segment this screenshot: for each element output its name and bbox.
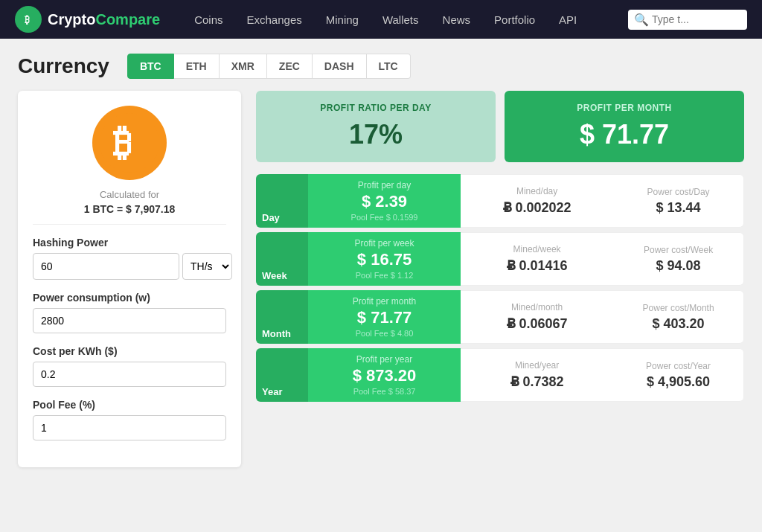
row-power-col-year: Power cost/Year $ 4,905.60 <box>613 348 744 402</box>
row-label-col-week: Week <box>256 232 308 286</box>
left-panel: ₿ Calculated for 1 BTC = $ 7,907.18 Hash… <box>18 91 241 467</box>
row-power-title-year: Power cost/Year <box>646 361 711 371</box>
tab-eth[interactable]: ETH <box>174 54 220 79</box>
data-rows: Day Profit per day $ 2.39 Pool Fee $ 0.1… <box>256 174 744 402</box>
hashing-power-group: Hashing Power TH/s GH/s MH/s <box>33 237 226 280</box>
hashing-power-input[interactable] <box>33 253 179 280</box>
calc-for-label: Calculated for <box>33 189 226 200</box>
row-profit-title-week: Profit per week <box>355 238 414 249</box>
row-mined-title-week: Mined/week <box>513 244 561 254</box>
row-mined-value-year: Ƀ 0.7382 <box>510 374 564 390</box>
logo[interactable]: ₿ CryptoCompare <box>15 6 160 33</box>
row-profit-value-week: $ 16.75 <box>357 250 412 269</box>
page-title: Currency <box>18 54 109 78</box>
table-row: Week Profit per week $ 16.75 Pool Fee $ … <box>256 232 744 286</box>
row-pool-fee-year: Pool Fee $ 58.37 <box>353 387 416 396</box>
row-mined-col-year: Mined/year Ƀ 0.7382 <box>461 348 613 402</box>
row-mined-value-day: Ƀ 0.002022 <box>503 199 572 216</box>
row-period-week: Week <box>262 270 287 281</box>
power-consumption-group: Power consumption (w) <box>33 292 226 333</box>
cost-per-kwh-input[interactable] <box>33 362 226 387</box>
search-box[interactable]: 🔍 <box>628 10 747 30</box>
profit-ratio-label: PROFIT RATIO PER DAY <box>271 103 481 113</box>
cost-per-kwh-label: Cost per KWh ($) <box>33 345 226 357</box>
logo-icon: ₿ <box>15 6 42 33</box>
row-profit-col-day: Profit per day $ 2.39 Pool Fee $ 0.1599 <box>308 174 461 228</box>
row-profit-value-year: $ 873.20 <box>353 366 417 385</box>
row-power-col-day: Power cost/Day $ 13.44 <box>613 174 744 228</box>
row-power-value-month: $ 403.20 <box>653 316 705 332</box>
nav-api[interactable]: API <box>547 0 589 39</box>
bitcoin-icon: ₿ <box>92 106 167 180</box>
pool-fee-label: Pool Fee (%) <box>33 399 226 411</box>
row-power-col-month: Power cost/Month $ 403.20 <box>613 290 744 344</box>
currency-header: Currency BTC ETH XMR ZEC DASH LTC <box>18 54 744 79</box>
row-power-title-day: Power cost/Day <box>647 187 710 197</box>
logo-text-compare: Compare <box>95 11 160 28</box>
nav-news[interactable]: News <box>431 0 483 39</box>
row-profit-title-day: Profit per day <box>358 180 411 190</box>
tab-ltc[interactable]: LTC <box>367 54 411 79</box>
tab-btc[interactable]: BTC <box>127 54 174 79</box>
nav-coins[interactable]: Coins <box>182 0 234 39</box>
nav-items: Coins Exchanges Mining Wallets News Port… <box>182 0 589 39</box>
profit-month-label: PROFIT PER MONTH <box>519 103 729 113</box>
layout: ₿ Calculated for 1 BTC = $ 7,907.18 Hash… <box>18 91 744 467</box>
row-mined-col-day: Mined/day Ƀ 0.002022 <box>461 174 613 228</box>
logo-text-crypto: Crypto <box>48 11 95 28</box>
search-icon: 🔍 <box>634 13 649 27</box>
row-mined-col-month: Mined/month Ƀ 0.06067 <box>461 290 613 344</box>
row-power-value-year: $ 4,905.60 <box>647 374 710 390</box>
tab-xmr[interactable]: XMR <box>220 54 267 79</box>
cost-per-kwh-group: Cost per KWh ($) <box>33 345 226 387</box>
row-profit-col-year: Profit per year $ 873.20 Pool Fee $ 58.3… <box>308 348 461 402</box>
row-mined-value-week: Ƀ 0.01416 <box>507 257 568 274</box>
hashing-power-row: TH/s GH/s MH/s <box>33 253 226 280</box>
nav-wallets[interactable]: Wallets <box>371 0 431 39</box>
row-power-title-week: Power cost/Week <box>644 245 713 255</box>
row-pool-fee-day: Pool Fee $ 0.1599 <box>351 213 418 222</box>
row-label-col-year: Year <box>256 348 308 402</box>
row-label-col-month: Month <box>256 290 308 344</box>
nav-mining[interactable]: Mining <box>314 0 371 39</box>
power-consumption-label: Power consumption (w) <box>33 292 226 304</box>
hashing-power-label: Hashing Power <box>33 237 226 249</box>
navbar: ₿ CryptoCompare Coins Exchanges Mining W… <box>0 0 762 39</box>
row-label-col-day: Day <box>256 174 308 228</box>
row-power-value-day: $ 13.44 <box>656 200 701 216</box>
hashing-power-unit-select[interactable]: TH/s GH/s MH/s <box>182 253 232 280</box>
search-input[interactable] <box>652 13 741 25</box>
row-period-month: Month <box>262 328 291 339</box>
row-period-day: Day <box>262 212 280 223</box>
svg-text:₿: ₿ <box>113 122 132 164</box>
pool-fee-group: Pool Fee (%) <box>33 399 226 440</box>
row-power-title-month: Power cost/Month <box>643 303 714 313</box>
row-mined-title-month: Mined/month <box>511 302 563 313</box>
row-profit-value-month: $ 71.77 <box>357 308 412 327</box>
right-panel: PROFIT RATIO PER DAY 17% PROFIT PER MONT… <box>256 91 744 402</box>
row-power-col-week: Power cost/Week $ 94.08 <box>613 232 744 286</box>
profit-ratio-value: 17% <box>271 119 481 150</box>
row-profit-col-month: Profit per month $ 71.77 Pool Fee $ 4.80 <box>308 290 461 344</box>
table-row: Year Profit per year $ 873.20 Pool Fee $… <box>256 348 744 402</box>
nav-exchanges[interactable]: Exchanges <box>235 0 314 39</box>
profit-month-value: $ 71.77 <box>519 119 729 150</box>
svg-text:₿: ₿ <box>25 14 30 25</box>
table-row: Day Profit per day $ 2.39 Pool Fee $ 0.1… <box>256 174 744 228</box>
row-power-value-week: $ 94.08 <box>656 258 701 274</box>
tab-zec[interactable]: ZEC <box>267 54 313 79</box>
row-pool-fee-week: Pool Fee $ 1.12 <box>356 271 414 280</box>
row-mined-title-year: Mined/year <box>515 360 559 371</box>
nav-portfolio[interactable]: Portfolio <box>482 0 547 39</box>
main-content: Currency BTC ETH XMR ZEC DASH LTC ₿ Calc… <box>0 39 762 482</box>
row-mined-value-month: Ƀ 0.06067 <box>507 315 568 332</box>
top-stats: PROFIT RATIO PER DAY 17% PROFIT PER MONT… <box>256 91 744 162</box>
row-period-year: Year <box>262 386 282 397</box>
currency-tabs: BTC ETH XMR ZEC DASH LTC <box>127 54 411 79</box>
pool-fee-input[interactable] <box>33 415 226 440</box>
tab-dash[interactable]: DASH <box>313 54 367 79</box>
row-mined-col-week: Mined/week Ƀ 0.01416 <box>461 232 613 286</box>
calc-value: 1 BTC = $ 7,907.18 <box>33 203 226 225</box>
table-row: Month Profit per month $ 71.77 Pool Fee … <box>256 290 744 344</box>
power-consumption-input[interactable] <box>33 308 226 333</box>
